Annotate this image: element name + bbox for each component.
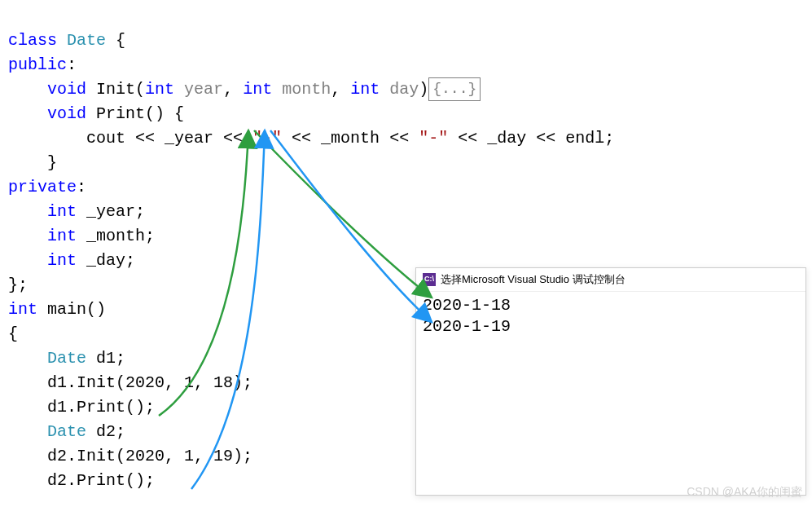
keyword-int: int [243, 80, 272, 99]
cout: cout [86, 129, 125, 148]
output-line-2: 2020-1-19 [423, 316, 799, 337]
brace-open: { [8, 324, 18, 343]
fn-main: main [47, 300, 86, 319]
brace-close: } [47, 153, 57, 172]
keyword-void: void [47, 104, 86, 123]
param-year: year [184, 80, 223, 99]
keyword-class: class [8, 31, 57, 50]
member-day: _day [86, 251, 125, 270]
watermark: CSDN @AKA你的闺蜜 [687, 483, 802, 500]
fold-icon[interactable]: {...} [428, 77, 481, 101]
member-year: _year [86, 202, 135, 221]
var-d2: d2 [96, 422, 116, 441]
keyword-int: int [47, 202, 77, 221]
output-line-1: 2020-1-18 [423, 295, 799, 316]
class-end: }; [8, 276, 28, 294]
type-date: Date [47, 349, 86, 368]
console-title: 选择Microsoft Visual Studio 调试控制台 [441, 271, 625, 288]
var-month: _month [321, 129, 380, 148]
keyword-public: public [8, 55, 67, 74]
string-dash: "-" [252, 129, 282, 148]
var-year: _year [165, 129, 213, 148]
param-month: month [282, 80, 331, 99]
type-date: Date [67, 31, 106, 50]
keyword-int: int [350, 80, 380, 99]
fn-init: Init [96, 80, 135, 99]
keyword-int: int [8, 300, 37, 319]
endl: endl [565, 129, 604, 148]
console-window[interactable]: C:\ 选择Microsoft Visual Studio 调试控制台 2020… [415, 267, 806, 496]
d1-init-call: d1.Init(2020, 1, 18); [47, 373, 252, 392]
console-output: 2020-1-18 2020-1-19 [416, 292, 805, 341]
d2-init-call: d2.Init(2020, 1, 19); [47, 447, 252, 465]
param-day: day [389, 80, 419, 99]
keyword-int: int [47, 227, 77, 245]
keyword-void: void [47, 80, 86, 99]
string-dash: "-" [419, 129, 448, 148]
member-month: _month [86, 227, 145, 245]
console-titlebar[interactable]: C:\ 选择Microsoft Visual Studio 调试控制台 [416, 268, 805, 292]
colon: : [67, 55, 77, 74]
console-icon: C:\ [423, 273, 436, 286]
keyword-int: int [47, 251, 77, 270]
type-date: Date [47, 422, 86, 441]
d2-print-call: d2.Print(); [47, 471, 155, 490]
fn-print: Print [96, 104, 145, 123]
var-day: _day [487, 129, 526, 148]
d1-print-call: d1.Print(); [47, 398, 155, 417]
keyword-int: int [145, 80, 174, 99]
var-d1: d1 [96, 349, 116, 368]
keyword-private: private [8, 178, 77, 196]
brace: { [106, 31, 125, 50]
